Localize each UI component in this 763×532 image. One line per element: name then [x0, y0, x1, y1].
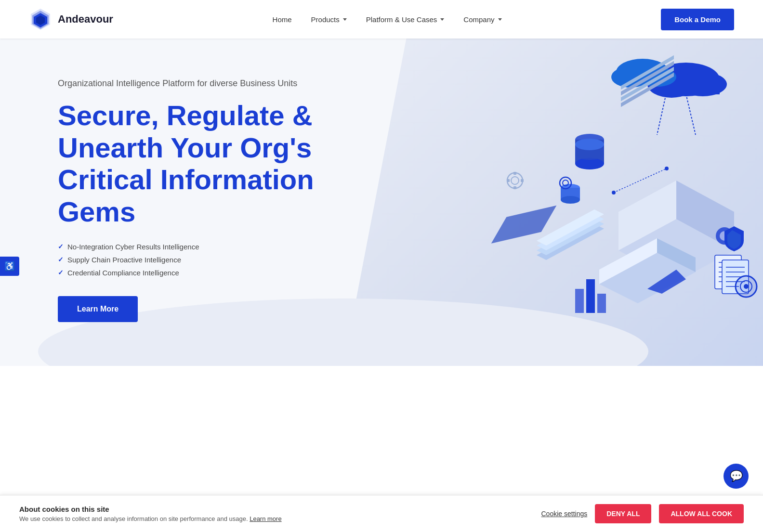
chat-button[interactable]: 💬	[724, 464, 749, 489]
hero-subtitle: Organizational Intelligence Platform for…	[58, 77, 385, 90]
logo-link[interactable]: Andeavour	[29, 8, 113, 31]
svg-line-64	[614, 169, 667, 193]
svg-line-13	[686, 94, 696, 135]
svg-point-30	[561, 196, 580, 204]
nav-products[interactable]: Products	[311, 15, 347, 24]
svg-rect-68	[513, 186, 516, 189]
cookie-title: About cookies on this site	[19, 505, 541, 513]
svg-point-58	[744, 284, 749, 289]
cookie-settings-button[interactable]: Cookie settings	[541, 510, 588, 518]
chat-icon: 💬	[730, 470, 743, 482]
learn-more-button[interactable]: Learn More	[58, 296, 138, 322]
nav-menu: Home Products Platform & Use Cases Compa…	[273, 15, 502, 24]
accessibility-icon: ♿	[4, 261, 15, 272]
svg-rect-60	[586, 279, 595, 313]
cookie-actions: Cookie settings DENY ALL ALLOW ALL COOK	[541, 504, 744, 523]
cookie-learn-more-link[interactable]: Learn more	[250, 515, 281, 522]
navbar: Andeavour Home Products Platform & Use C…	[0, 0, 763, 39]
svg-rect-69	[507, 179, 510, 182]
feature-item-1: No-Integration Cyber Results Intelligenc…	[58, 243, 385, 251]
svg-rect-59	[575, 289, 584, 313]
isometric-svg	[426, 48, 763, 347]
svg-line-12	[657, 91, 667, 135]
platform-chevron-icon	[440, 18, 444, 21]
products-chevron-icon	[343, 18, 347, 21]
company-chevron-icon	[498, 18, 502, 21]
hero-title: Secure, Regulate & Unearth Your Org's Cr…	[58, 100, 385, 228]
accessibility-button[interactable]: ♿	[0, 257, 19, 276]
logo-icon	[29, 8, 52, 31]
below-hero-area	[0, 366, 763, 501]
nav-platform-use-cases[interactable]: Platform & Use Cases	[366, 15, 445, 24]
feature-item-3: Credential Compliance Intelligence	[58, 269, 385, 277]
deny-all-button[interactable]: DENY ALL	[595, 504, 651, 523]
cookie-banner: About cookies on this site We use cookie…	[0, 495, 763, 532]
svg-rect-70	[521, 179, 524, 182]
book-demo-button[interactable]: Book a Demo	[661, 9, 734, 30]
nav-company[interactable]: Company	[463, 15, 501, 24]
cookie-text-area: About cookies on this site We use cookie…	[19, 505, 541, 522]
brand-name: Andeavour	[58, 13, 113, 26]
hero-section: Organizational Intelligence Platform for…	[0, 39, 763, 366]
hero-illustration	[426, 48, 763, 356]
hero-content: Organizational Intelligence Platform for…	[58, 67, 385, 322]
hero-features-list: No-Integration Cyber Results Intelligenc…	[58, 243, 385, 277]
cookie-description: We use cookies to collect and analyse in…	[19, 515, 541, 522]
svg-point-66	[511, 177, 519, 184]
svg-rect-67	[513, 172, 516, 175]
feature-item-2: Supply Chain Proactive Intelligence	[58, 256, 385, 264]
svg-point-27	[575, 139, 604, 150]
svg-rect-61	[597, 294, 606, 313]
nav-home[interactable]: Home	[273, 15, 292, 24]
allow-all-button[interactable]: ALLOW ALL COOK	[659, 504, 744, 523]
